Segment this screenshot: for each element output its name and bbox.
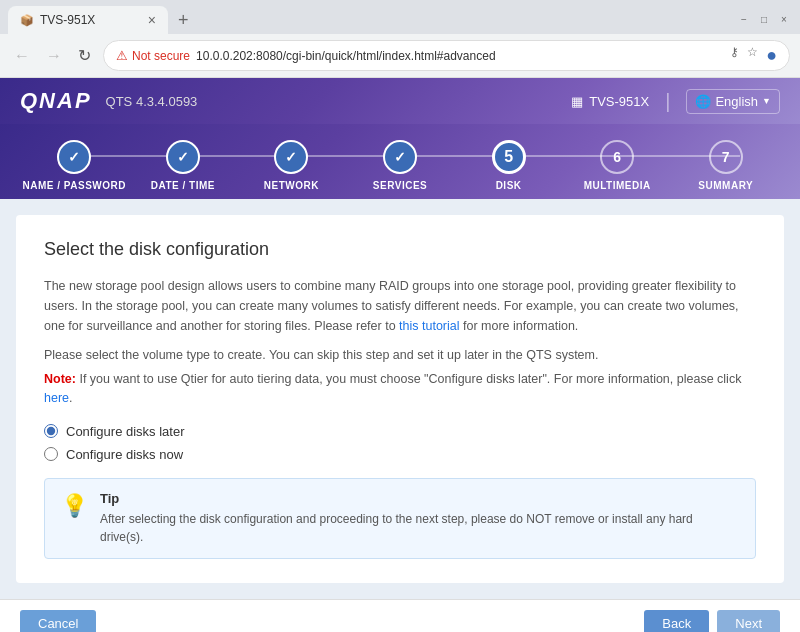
tutorial-link[interactable]: this tutorial — [399, 319, 459, 333]
step-6-label: MULTIMEDIA — [584, 180, 651, 191]
tab-bar: 📦 TVS-951X × + − □ × — [0, 0, 800, 34]
new-tab-button[interactable]: + — [170, 10, 197, 31]
window-maximize-button[interactable]: □ — [756, 12, 772, 28]
radio-configure-now-label: Configure disks now — [66, 447, 183, 462]
star-icon: ☆ — [747, 45, 758, 66]
back-button[interactable]: ← — [10, 45, 34, 67]
step-2-label: DATE / TIME — [151, 180, 215, 191]
language-selector[interactable]: 🌐 English ▼ — [686, 89, 780, 114]
description-paragraph-2: Please select the volume type to create.… — [44, 348, 756, 362]
device-icon: ▦ — [571, 94, 583, 109]
window-minimize-button[interactable]: − — [736, 12, 752, 28]
tip-icon: 💡 — [61, 493, 88, 519]
forward-button[interactable]: → — [42, 45, 66, 67]
step-7-circle: 7 — [709, 140, 743, 174]
note-strong: Note: — [44, 372, 79, 386]
step-4: ✓ SERVICES — [346, 140, 455, 191]
qts-version: QTS 4.3.4.0593 — [106, 94, 198, 109]
step-6-circle: 6 — [600, 140, 634, 174]
window-controls: − □ × — [736, 12, 792, 28]
active-tab[interactable]: 📦 TVS-951X × — [8, 6, 168, 34]
radio-configure-later-label: Configure disks later — [66, 424, 185, 439]
step-1-circle: ✓ — [57, 140, 91, 174]
profile-icon: ● — [766, 45, 777, 66]
description-paragraph-1: The new storage pool design allows users… — [44, 276, 756, 336]
description-text-2: for more information. — [460, 319, 579, 333]
step-2-symbol: ✓ — [177, 149, 189, 165]
window-close-button[interactable]: × — [776, 12, 792, 28]
url-bar[interactable]: ⚠ Not secure 10.0.0.202:8080/cgi-bin/qui… — [103, 40, 790, 71]
tip-box: 💡 Tip After selecting the disk configura… — [44, 478, 756, 559]
back-button[interactable]: Back — [644, 610, 709, 633]
step-7-label: SUMMARY — [698, 180, 753, 191]
address-bar-icons: ⚷ ☆ ● — [730, 45, 777, 66]
progress-bar: ✓ NAME / PASSWORD ✓ DATE / TIME ✓ NETWOR… — [0, 124, 800, 199]
tip-content: Tip After selecting the disk configurati… — [100, 491, 739, 546]
step-1: ✓ NAME / PASSWORD — [20, 140, 129, 191]
step-2-circle: ✓ — [166, 140, 200, 174]
qnap-brand: QNAP — [20, 88, 92, 114]
note-end: . — [69, 391, 72, 405]
header-right: ▦ TVS-951X | 🌐 English ▼ — [571, 89, 780, 114]
step-7: 7 SUMMARY — [671, 140, 780, 191]
footer-left: Cancel — [20, 610, 96, 633]
tab-favicon: 📦 — [20, 14, 34, 27]
header-divider: | — [665, 90, 670, 113]
radio-configure-now[interactable]: Configure disks now — [44, 447, 756, 462]
note-warning: Note: If you want to use Qtier for auto … — [44, 370, 756, 408]
step-1-label: NAME / PASSWORD — [23, 180, 126, 191]
step-4-symbol: ✓ — [394, 149, 406, 165]
tab-close-button[interactable]: × — [148, 12, 156, 28]
globe-icon: 🌐 — [695, 94, 711, 109]
radio-configure-later[interactable]: Configure disks later — [44, 424, 756, 439]
step-1-symbol: ✓ — [68, 149, 80, 165]
step-6: 6 MULTIMEDIA — [563, 140, 672, 191]
tab-title: TVS-951X — [40, 13, 95, 27]
radio-configure-later-input[interactable] — [44, 424, 58, 438]
cancel-button[interactable]: Cancel — [20, 610, 96, 633]
step-7-symbol: 7 — [722, 149, 730, 165]
device-name-label: TVS-951X — [589, 94, 649, 109]
security-indicator: ⚠ Not secure — [116, 48, 190, 63]
lang-arrow-icon: ▼ — [762, 96, 771, 106]
footer-right: Back Next — [644, 610, 780, 633]
warning-icon: ⚠ — [116, 48, 128, 63]
step-5-circle: 5 — [492, 140, 526, 174]
description-text-1: The new storage pool design allows users… — [44, 279, 739, 333]
step-3-circle: ✓ — [274, 140, 308, 174]
card-title: Select the disk configuration — [44, 239, 756, 260]
footer-bar: Cancel Back Next — [0, 599, 800, 633]
browser-chrome: 📦 TVS-951X × + − □ × ← → ↻ ⚠ Not secure … — [0, 0, 800, 78]
address-bar: ← → ↻ ⚠ Not secure 10.0.0.202:8080/cgi-b… — [0, 34, 800, 77]
refresh-button[interactable]: ↻ — [74, 44, 95, 67]
step-4-label: SERVICES — [373, 180, 427, 191]
step-4-circle: ✓ — [383, 140, 417, 174]
step-6-symbol: 6 — [613, 149, 621, 165]
step-3: ✓ NETWORK — [237, 140, 346, 191]
step-3-label: NETWORK — [264, 180, 319, 191]
radio-configure-now-input[interactable] — [44, 447, 58, 461]
note-link[interactable]: here — [44, 391, 69, 405]
device-info: ▦ TVS-951X — [571, 94, 649, 109]
step-5-symbol: 5 — [504, 148, 513, 166]
language-label: English — [715, 94, 758, 109]
url-text: 10.0.0.202:8080/cgi-bin/quick/html/index… — [196, 49, 724, 63]
step-2: ✓ DATE / TIME — [129, 140, 238, 191]
next-button[interactable]: Next — [717, 610, 780, 633]
tip-text: After selecting the disk configuration a… — [100, 510, 739, 546]
tip-title: Tip — [100, 491, 739, 506]
step-5: 5 DISK — [454, 140, 563, 191]
note-text: If you want to use Qtier for auto tierin… — [79, 372, 741, 386]
radio-group: Configure disks later Configure disks no… — [44, 424, 756, 462]
app-header: QNAP QTS 4.3.4.0593 ▦ TVS-951X | 🌐 Engli… — [0, 78, 800, 124]
main-card: Select the disk configuration The new st… — [16, 215, 784, 583]
step-5-label: DISK — [496, 180, 522, 191]
key-icon: ⚷ — [730, 45, 739, 66]
qnap-logo: QNAP QTS 4.3.4.0593 — [20, 88, 197, 114]
security-label: Not secure — [132, 49, 190, 63]
content-wrapper: Select the disk configuration The new st… — [0, 199, 800, 599]
step-3-symbol: ✓ — [285, 149, 297, 165]
